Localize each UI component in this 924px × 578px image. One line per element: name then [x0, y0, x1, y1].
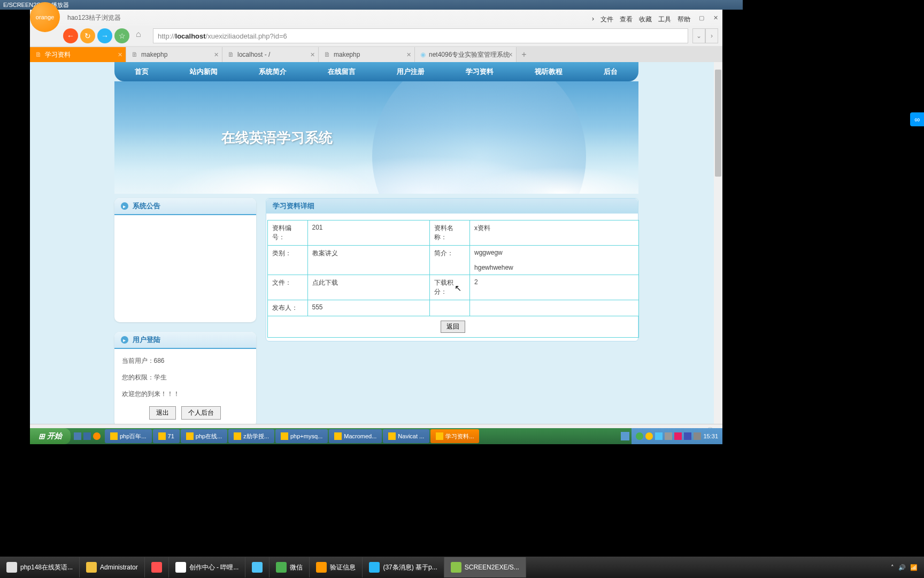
- nav-home[interactable]: 首页: [135, 67, 149, 77]
- taskbar-label: php+mysq...: [290, 433, 322, 439]
- tab-localhost[interactable]: 🗎localhost - /✕: [222, 47, 319, 62]
- detail-table: 资料编号： 201 资料名称： x资料 类别： 教案讲义 简介： wggwegw…: [267, 220, 639, 338]
- tab-makephp-1[interactable]: 🗎makephp✕: [126, 47, 222, 62]
- tray-icon[interactable]: [636, 432, 643, 440]
- app-icon: [252, 562, 263, 573]
- taskbar-item[interactable]: Macromed...: [329, 429, 382, 443]
- globe-icon: ◉: [420, 51, 426, 58]
- outer-taskbar-item[interactable]: php148在线英语...: [0, 557, 80, 577]
- quick-launch-icon[interactable]: [74, 432, 81, 440]
- home-icon[interactable]: ⌂: [136, 29, 149, 42]
- tray-icon[interactable]: 🔊: [898, 564, 906, 571]
- taskbar-item[interactable]: 71: [153, 429, 180, 443]
- tab-label: net4096专业实验室管理系统: [429, 50, 510, 59]
- app-icon: [276, 562, 287, 573]
- tray-icon[interactable]: 📶: [910, 564, 918, 571]
- outer-taskbar-item[interactable]: 创作中心 - 哔哩...: [169, 557, 246, 577]
- url-go-icon[interactable]: ›: [705, 28, 718, 43]
- app-icon: [6, 562, 17, 573]
- clock: 15:31: [703, 433, 718, 439]
- maximize-icon[interactable]: ▢: [697, 14, 706, 21]
- nav-register[interactable]: 用户注册: [397, 67, 425, 77]
- nav-news[interactable]: 站内新闻: [190, 67, 218, 77]
- label-intro: 简介：: [430, 246, 470, 275]
- menu-file[interactable]: 文件: [600, 15, 613, 24]
- quick-launch-icon[interactable]: [83, 432, 91, 440]
- menu-view[interactable]: 查看: [620, 15, 633, 24]
- url-bar[interactable]: http://localhost/xuexiziliaodetail.php?i…: [153, 28, 688, 43]
- empty-cell: [470, 300, 638, 316]
- menu-favorites[interactable]: 收藏: [639, 15, 652, 24]
- site-nav: 首页 站内新闻 系统简介 在线留言 用户注册 学习资料 视听教程 后台: [114, 62, 638, 81]
- announcement-panel: ▸系统公告: [114, 198, 256, 322]
- outer-taskbar-item[interactable]: (37条消息) 基于p...: [363, 557, 444, 577]
- outer-taskbar-item[interactable]: 验证信息: [310, 557, 363, 577]
- menu-chevron[interactable]: ›: [592, 15, 594, 24]
- quick-launch-icon[interactable]: [93, 432, 101, 440]
- outer-taskbar-item[interactable]: 微信: [270, 557, 310, 577]
- nav-materials[interactable]: 学习资料: [466, 67, 494, 77]
- forward-icon[interactable]: →: [97, 28, 112, 43]
- tab-label: makephp: [141, 51, 167, 58]
- tray-icon[interactable]: [655, 432, 663, 440]
- back-icon[interactable]: ←: [63, 28, 78, 43]
- nav-intro[interactable]: 系统简介: [259, 67, 287, 77]
- logout-button[interactable]: 退出: [149, 406, 176, 420]
- start-button[interactable]: ⊞开始: [30, 428, 71, 444]
- tab-close-icon[interactable]: ✕: [406, 51, 411, 58]
- tab-makephp-2[interactable]: 🗎makephp✕: [319, 47, 415, 62]
- panel-title: 用户登陆: [133, 335, 160, 345]
- minimize-icon[interactable]: —: [683, 14, 692, 21]
- download-link[interactable]: 点此下载: [312, 279, 338, 286]
- taskbar-item[interactable]: Navicat ...: [383, 429, 429, 443]
- taskbar-item[interactable]: 学习资料...: [430, 429, 479, 443]
- side-widget[interactable]: ∞: [910, 112, 924, 126]
- url-prefix: http://: [158, 32, 175, 40]
- tray-chevron-icon[interactable]: ˄: [891, 564, 894, 571]
- app-icon: [316, 562, 327, 573]
- star-icon[interactable]: ☆: [114, 28, 129, 43]
- outer-taskbar-item[interactable]: [145, 557, 169, 577]
- tab-close-icon[interactable]: ✕: [214, 51, 219, 58]
- refresh-icon[interactable]: ↻: [80, 28, 95, 43]
- tray-icon[interactable]: [684, 432, 691, 440]
- return-button[interactable]: 返回: [441, 321, 465, 333]
- close-icon[interactable]: ✕: [711, 14, 720, 21]
- tab-close-icon[interactable]: ✕: [508, 51, 513, 58]
- app-icon: [158, 432, 166, 440]
- tab-net4096[interactable]: ◉net4096专业实验室管理系统✕: [415, 47, 517, 62]
- outer-taskbar-item[interactable]: Administrator: [80, 557, 145, 577]
- taskbar-item[interactable]: z助学授...: [228, 429, 274, 443]
- scrollbar-vertical[interactable]: [714, 62, 722, 426]
- bullet-icon: ▸: [121, 202, 128, 210]
- tray-icon[interactable]: [645, 432, 653, 440]
- menu-tools[interactable]: 工具: [658, 15, 671, 24]
- current-user-row: 当前用户：686: [122, 356, 249, 366]
- outer-taskbar-item[interactable]: SCREEN2EXE/S...: [444, 557, 526, 577]
- label-file: 文件：: [267, 275, 307, 300]
- nav-guestbook[interactable]: 在线留言: [328, 67, 356, 77]
- tab-close-icon[interactable]: ✕: [118, 51, 122, 58]
- tab-study-materials[interactable]: 🗎学习资料✕: [30, 47, 126, 62]
- tray-icon[interactable]: [674, 432, 682, 440]
- login-panel: ▸用户登陆 当前用户：686 您的权限：学生 欢迎您的到来！！！ 退出 个人后台: [114, 332, 256, 426]
- personal-admin-button[interactable]: 个人后台: [181, 406, 221, 420]
- browser-header: orange hao123桔子浏览器 › 文件 查看 收藏 工具 帮助 — ▢ …: [30, 10, 722, 26]
- detail-header-title: 学习资料详细: [273, 201, 314, 211]
- taskbar-item[interactable]: php+mysq...: [275, 429, 328, 443]
- url-dropdown-icon[interactable]: ⌄: [692, 28, 705, 43]
- nav-admin[interactable]: 后台: [604, 67, 618, 77]
- nav-av-tutorial[interactable]: 视听教程: [535, 67, 563, 77]
- show-desktop-icon[interactable]: [621, 432, 629, 440]
- browser-logo[interactable]: orange: [30, 2, 60, 32]
- banner: 在线英语学习系统: [114, 81, 638, 194]
- tray-icon[interactable]: [665, 432, 672, 440]
- taskbar-item[interactable]: php在线...: [181, 429, 228, 443]
- new-tab-icon[interactable]: +: [517, 47, 532, 62]
- url-path: /xuexiziliaodetail.php?id=6: [206, 32, 287, 40]
- tray-icon[interactable]: [694, 432, 701, 440]
- outer-taskbar-item[interactable]: [245, 557, 270, 577]
- taskbar-item[interactable]: php百年...: [105, 429, 152, 443]
- empty-cell: [430, 300, 470, 316]
- tab-close-icon[interactable]: ✕: [310, 51, 315, 58]
